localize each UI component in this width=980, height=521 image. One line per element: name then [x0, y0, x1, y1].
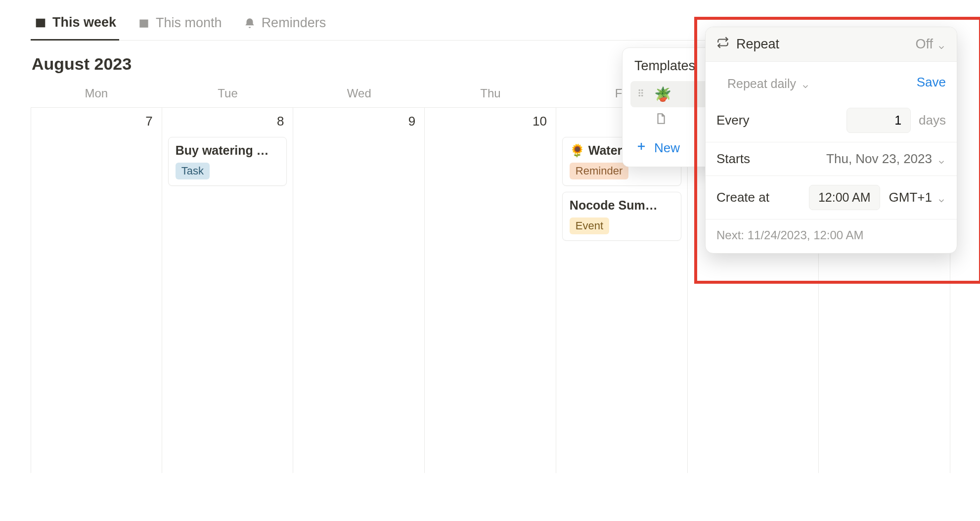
template-emoji: 🪴	[654, 86, 671, 102]
svg-point-7	[641, 95, 643, 97]
event-card[interactable]: Nocode Sum… Event	[562, 192, 681, 241]
event-tag-event: Event	[570, 217, 609, 234]
drag-handle-icon[interactable]	[635, 87, 646, 102]
event-title: Nocode Sum…	[570, 198, 674, 213]
day-cell[interactable]: 8 Buy watering … Task	[162, 108, 294, 473]
every-label: Every	[716, 113, 749, 128]
calendar-month-icon	[137, 16, 151, 30]
day-cell[interactable]: 10	[425, 108, 556, 473]
create-at-label: Create at	[716, 190, 769, 205]
chevron-down-icon	[937, 40, 946, 49]
day-cell[interactable]: 7	[31, 108, 162, 473]
tab-this-week[interactable]: This week	[31, 10, 119, 41]
every-value-input[interactable]	[846, 108, 911, 133]
page-icon	[654, 112, 667, 129]
starts-label: Starts	[716, 151, 750, 167]
every-unit: days	[919, 113, 946, 128]
repeat-popover: Repeat Off Repeat daily Save Every days …	[705, 27, 957, 254]
svg-point-6	[638, 95, 640, 97]
new-template-label: New	[654, 140, 680, 156]
repeat-create-at-row: Create at 12:00 AM GMT+1	[706, 176, 957, 219]
plus-icon	[635, 140, 647, 156]
event-card[interactable]: Buy watering … Task	[168, 137, 287, 186]
day-number: 10	[429, 112, 552, 134]
event-tag-reminder: Reminder	[570, 163, 628, 179]
svg-point-3	[641, 89, 643, 91]
event-tag-task: Task	[176, 163, 210, 179]
svg-point-4	[638, 92, 640, 94]
save-button[interactable]: Save	[917, 75, 946, 90]
weekday-label: Thu	[425, 83, 556, 107]
day-cell[interactable]: 9	[293, 108, 425, 473]
repeat-icon	[716, 36, 729, 52]
chevron-down-icon	[801, 80, 810, 88]
create-at-time[interactable]: 12:00 AM	[809, 185, 880, 210]
svg-point-2	[638, 89, 640, 91]
bell-icon	[243, 16, 257, 30]
event-emoji: 🌻	[570, 143, 585, 157]
svg-point-5	[641, 92, 643, 94]
day-number: 8	[166, 112, 289, 134]
tab-label: This month	[156, 15, 222, 31]
event-title: Buy watering …	[176, 143, 280, 158]
repeat-header-label: Repeat	[736, 37, 779, 52]
timezone-value: GMT+1	[889, 190, 932, 205]
weekday-label: Wed	[293, 83, 425, 107]
templates-title: Templates	[634, 58, 695, 74]
repeat-mode-label: Repeat daily	[727, 77, 796, 91]
tab-label: Reminders	[262, 15, 326, 31]
timezone-dropdown[interactable]: GMT+1	[889, 190, 946, 205]
repeat-mode-dropdown[interactable]: Repeat daily	[716, 69, 821, 96]
weekday-label: Tue	[162, 83, 294, 107]
day-number: 9	[297, 112, 420, 134]
tab-label: This week	[52, 15, 116, 30]
chevron-down-icon	[937, 193, 946, 202]
tab-this-month[interactable]: This month	[134, 10, 225, 40]
repeat-starts-row[interactable]: Starts Thu, Nov 23, 2023	[706, 142, 957, 176]
next-occurrence-label: Next: 11/24/2023, 12:00 AM	[706, 219, 957, 253]
repeat-every-row: Every days	[706, 99, 957, 142]
tab-reminders[interactable]: Reminders	[240, 10, 329, 40]
day-number: 7	[35, 112, 158, 134]
calendar-week-icon	[34, 16, 47, 30]
starts-value: Thu, Nov 23, 2023	[826, 151, 932, 167]
chevron-down-icon	[937, 155, 946, 164]
repeat-header[interactable]: Repeat Off	[706, 27, 957, 62]
weekday-label: Mon	[31, 83, 162, 107]
repeat-header-value: Off	[915, 37, 933, 52]
